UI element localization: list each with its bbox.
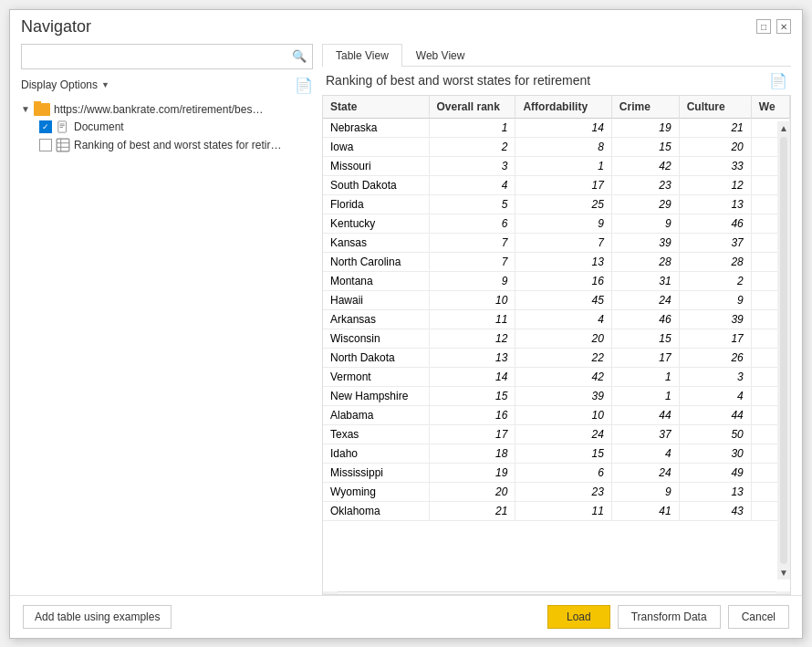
table-cell: 1 (429, 119, 515, 138)
footer-right: Load Transform Data Cancel (547, 605, 789, 629)
table-cell: Wisconsin (323, 329, 429, 348)
horizontal-scrollbar[interactable]: ◀ ▶ (323, 591, 790, 594)
table-scroll-container[interactable]: Nebraska1141921Iowa281520Missouri314233S… (323, 119, 790, 591)
table-cell: Montana (323, 271, 429, 290)
table-cell: Hawaii (323, 290, 429, 309)
display-options-label: Display Options (21, 78, 98, 91)
table-cell: Iowa (323, 137, 429, 156)
table-row: Kentucky69946 (323, 214, 790, 233)
table-cell: 4 (611, 444, 679, 463)
table-cell: Oklahoma (323, 501, 429, 520)
table-cell: 7 (429, 233, 515, 252)
footer: Add table using examples Load Transform … (10, 595, 802, 638)
table-cell: Mississippi (323, 463, 429, 482)
table-checkbox[interactable] (39, 139, 52, 151)
table-cell: 46 (611, 309, 679, 329)
transform-data-button[interactable]: Transform Data (618, 605, 721, 629)
vertical-scrollbar[interactable]: ▲ ▼ (777, 121, 790, 579)
table-cell: 13 (429, 348, 515, 367)
data-table: State Overall rank Affordability Crime C… (323, 96, 790, 119)
search-input[interactable] (22, 47, 286, 67)
scroll-up-button[interactable]: ▲ (777, 121, 790, 135)
tab-table-view[interactable]: Table View (322, 44, 402, 67)
table-cell: 44 (679, 405, 751, 424)
table-cell: 30 (679, 444, 751, 463)
table-cell: 37 (679, 233, 751, 252)
table-cell: New Hampshire (323, 386, 429, 405)
table-cell: 20 (679, 137, 751, 156)
table-cell: 17 (679, 329, 751, 348)
add-preview-icon[interactable]: 📄 (295, 77, 313, 94)
scroll-left-button[interactable]: ◀ (323, 591, 338, 594)
add-table-button[interactable]: Add table using examples (23, 605, 172, 629)
table-cell: 15 (515, 444, 611, 463)
table-cell: 9 (611, 482, 679, 501)
navigator-dialog: Navigator □ ✕ 🔍 Display Options ▼ 📄 (9, 9, 803, 639)
table-cell: 21 (429, 501, 515, 520)
table-cell: 44 (611, 405, 679, 424)
table-cell: 31 (611, 271, 679, 290)
table-cell: 9 (429, 271, 515, 290)
table-cell: 17 (611, 348, 679, 367)
table-cell: 4 (429, 175, 515, 194)
table-cell: 17 (515, 175, 611, 194)
cancel-button[interactable]: Cancel (728, 605, 789, 629)
table-cell: 16 (429, 405, 515, 424)
table-cell: 9 (611, 214, 679, 233)
table-row: Iowa281520 (323, 137, 790, 156)
table-cell: 26 (679, 348, 751, 367)
minimize-button[interactable]: □ (756, 19, 771, 34)
load-button[interactable]: Load (547, 605, 610, 629)
table-row: Arkansas1144639 (323, 309, 790, 329)
right-panel: Table View Web View Ranking of best and … (322, 40, 791, 595)
table-cell: 5 (429, 194, 515, 214)
table-cell: 20 (515, 329, 611, 348)
document-icon (56, 120, 70, 134)
table-cell: 28 (679, 252, 751, 271)
table-cell: 42 (515, 367, 611, 386)
table-row: Wisconsin12201517 (323, 329, 790, 348)
table-cell: 1 (515, 156, 611, 175)
table-cell: 29 (611, 194, 679, 214)
tab-web-view[interactable]: Web View (402, 44, 479, 67)
table-title-row: Ranking of best and worst states for ret… (322, 72, 791, 95)
document-checkbox[interactable]: ✓ (39, 120, 52, 133)
table-row: New Hampshire153914 (323, 386, 790, 405)
document-label: Document (74, 120, 124, 133)
tree-view: ▼ https://www.bankrate.com/retirement/be… (21, 101, 313, 595)
table-cell: 1 (611, 367, 679, 386)
table-cell: 23 (611, 175, 679, 194)
display-options-row: Display Options ▼ 📄 (21, 77, 313, 94)
scroll-down-button[interactable]: ▼ (777, 566, 790, 579)
table-cell: 43 (679, 501, 751, 520)
table-cell: 6 (429, 214, 515, 233)
scroll-right-button[interactable]: ▶ (776, 591, 790, 594)
table-cell: 33 (679, 156, 751, 175)
tree-table-item[interactable]: Ranking of best and worst states for ret… (21, 136, 313, 154)
svg-rect-3 (60, 127, 64, 128)
title-bar-controls: □ ✕ (756, 19, 791, 34)
table-cell: 10 (429, 290, 515, 309)
table-label: Ranking of best and worst states for ret… (74, 139, 284, 151)
export-icon[interactable]: 📄 (769, 72, 787, 89)
display-options-button[interactable]: Display Options ▼ (21, 78, 109, 91)
table-row: Mississippi1962449 (323, 463, 790, 482)
close-button[interactable]: ✕ (776, 19, 791, 34)
table-cell: South Dakota (323, 175, 429, 194)
table-cell: 9 (515, 214, 611, 233)
table-cell: 46 (679, 214, 751, 233)
table-cell: North Carolina (323, 252, 429, 271)
table-row: Oklahoma21114143 (323, 501, 790, 520)
tree-document-item[interactable]: ✓ Document (21, 118, 313, 136)
table-row: North Carolina7132828 (323, 252, 790, 271)
footer-left: Add table using examples (23, 605, 172, 629)
table-cell: 7 (429, 252, 515, 271)
table-cell: 21 (679, 119, 751, 138)
table-cell: 15 (611, 329, 679, 348)
tree-root-item[interactable]: ▼ https://www.bankrate.com/retirement/be… (21, 101, 313, 118)
table-cell: Nebraska (323, 119, 429, 138)
search-button[interactable]: 🔍 (286, 45, 312, 68)
table-row: Texas17243750 (323, 424, 790, 444)
table-cell: Idaho (323, 444, 429, 463)
table-row: Montana916312 (323, 271, 790, 290)
